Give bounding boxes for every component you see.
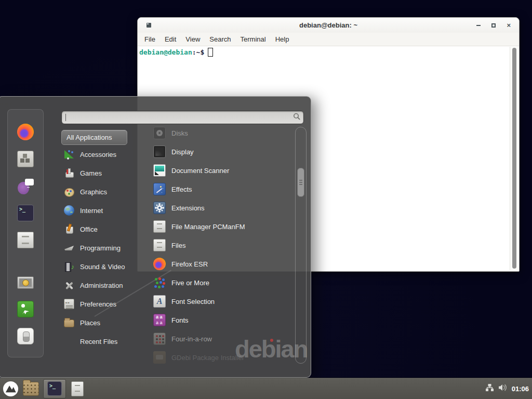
all-applications-button[interactable]: All Applications <box>61 130 127 145</box>
favorite-firefox[interactable] <box>17 118 34 145</box>
menu-scrollbar-thumb[interactable] <box>297 168 304 197</box>
clock[interactable]: 01:06 <box>512 385 529 393</box>
category-item[interactable]: Internet <box>61 201 137 220</box>
application-item[interactable]: Display <box>148 142 294 161</box>
favorite-shutdown[interactable] <box>17 323 34 350</box>
category-item[interactable]: Preferences <box>61 295 137 313</box>
application-label: Document Scanner <box>171 167 229 175</box>
application-label: Extensions <box>171 204 205 212</box>
application-item[interactable]: Effects <box>148 180 294 198</box>
software-icon <box>17 151 34 167</box>
menu-button[interactable] <box>2 380 19 397</box>
application-item[interactable]: Document Scanner <box>148 161 294 180</box>
launcher-file-manager[interactable] <box>68 380 87 397</box>
category-item[interactable]: Sound & Video <box>61 257 137 276</box>
prompt-user-host: debian@debian <box>139 48 192 56</box>
terminal-menu-view[interactable]: View <box>181 35 205 43</box>
taskbar-terminal-window-button[interactable] <box>43 379 66 398</box>
terminal-scrollbar-thumb[interactable] <box>512 48 516 269</box>
application-item[interactable]: Files <box>148 236 294 255</box>
application-item[interactable]: Fonts <box>148 311 294 329</box>
application-label: Firefox ESR <box>171 260 208 268</box>
application-label: Files <box>171 242 185 249</box>
terminal-menu-edit[interactable]: Edit <box>160 35 181 43</box>
category-list: Accessories Games Graphics Internet Offi… <box>61 145 137 351</box>
application-label: Disks <box>171 129 188 137</box>
application-item[interactable]: Disks <box>148 124 294 142</box>
favorite-lock-screen[interactable] <box>17 269 34 296</box>
system-tray: 01:06 <box>485 383 532 394</box>
terminal-menu-terminal[interactable]: Terminal <box>236 35 271 43</box>
network-icon[interactable] <box>485 383 494 394</box>
application-item[interactable]: Extensions <box>148 198 294 217</box>
application-label: GDebi Package Installer <box>171 354 244 362</box>
disks-icon <box>153 127 166 139</box>
application-item[interactable]: Firefox ESR <box>148 255 294 273</box>
cabinet-icon <box>17 232 34 248</box>
search-input[interactable] <box>61 111 304 124</box>
category-item[interactable]: Recent Files <box>61 332 137 351</box>
application-label: File Manager PCManFM <box>171 223 245 231</box>
extensions-icon <box>153 202 166 214</box>
application-label: Display <box>171 148 194 156</box>
category-label: Administration <box>80 282 123 289</box>
search-icon <box>293 113 300 122</box>
application-label: Font Selection <box>171 298 215 305</box>
category-label: Recent Files <box>80 338 117 345</box>
volume-icon[interactable] <box>498 383 508 394</box>
favorite-pidgin[interactable] <box>17 172 34 200</box>
favorite-logout[interactable] <box>17 296 34 323</box>
logout-icon <box>17 301 34 317</box>
launcher-files-folder[interactable] <box>21 380 40 397</box>
display-icon <box>153 145 166 158</box>
application-item[interactable]: File Manager PCManFM <box>148 217 294 236</box>
application-item[interactable]: Font Selection <box>148 292 294 311</box>
category-item[interactable]: Administration <box>61 276 137 295</box>
category-label: Programming <box>80 244 121 252</box>
favorite-terminal[interactable] <box>17 200 34 227</box>
terminal-icon <box>17 205 34 221</box>
application-item[interactable]: GDebi Package Installer <box>148 348 294 367</box>
category-label: Preferences <box>80 300 116 308</box>
category-label: Sound & Video <box>80 263 125 271</box>
maximize-button[interactable] <box>491 23 496 28</box>
application-item[interactable]: Four-in-a-row <box>148 329 294 348</box>
lock-screen-icon <box>17 276 34 289</box>
internet-icon <box>64 205 74 216</box>
accessories-icon <box>64 149 74 159</box>
document-scanner-icon <box>153 164 166 177</box>
application-item[interactable]: Five or More <box>148 273 294 292</box>
sound-video-icon <box>64 261 74 272</box>
category-label: Places <box>80 319 100 327</box>
category-item[interactable]: Accessories <box>61 145 137 164</box>
menu-scrollbar[interactable] <box>295 127 307 364</box>
terminal-menu-file[interactable]: File <box>140 35 160 43</box>
favorite-software[interactable] <box>17 145 34 172</box>
category-item[interactable]: Programming <box>61 238 137 257</box>
menu-button-icon <box>3 381 19 397</box>
application-label: Effects <box>171 185 192 193</box>
close-button[interactable]: × <box>507 23 511 28</box>
application-label: Five or More <box>171 279 209 287</box>
category-item[interactable]: Games <box>61 164 137 182</box>
category-item[interactable]: Places <box>61 313 137 332</box>
minimize-button[interactable] <box>476 25 481 26</box>
terminal-titlebar[interactable]: debian@debian: ~ × <box>138 18 519 33</box>
shutdown-icon <box>17 328 34 344</box>
prompt-suffix: :~$ <box>192 48 204 56</box>
application-list: Disks Display Document Scanner Effects E… <box>148 124 294 367</box>
favorite-cabinet[interactable] <box>17 227 34 254</box>
terminal-prompt: debian@debian:~$ <box>139 48 213 57</box>
font-selection-icon <box>153 295 166 308</box>
terminal-menu-search[interactable]: Search <box>205 35 235 43</box>
four-in-a-row-icon <box>153 332 166 345</box>
application-label: Fonts <box>171 316 189 324</box>
terminal-menu-help[interactable]: Help <box>271 35 294 43</box>
category-item[interactable]: Office <box>61 220 137 238</box>
category-item[interactable]: Graphics <box>61 182 137 201</box>
five-or-more-icon <box>153 276 166 289</box>
search-text-caret <box>65 114 66 121</box>
terminal-scrollbar[interactable] <box>510 47 518 270</box>
category-label: Office <box>80 225 98 233</box>
gdebi-icon <box>153 351 166 364</box>
